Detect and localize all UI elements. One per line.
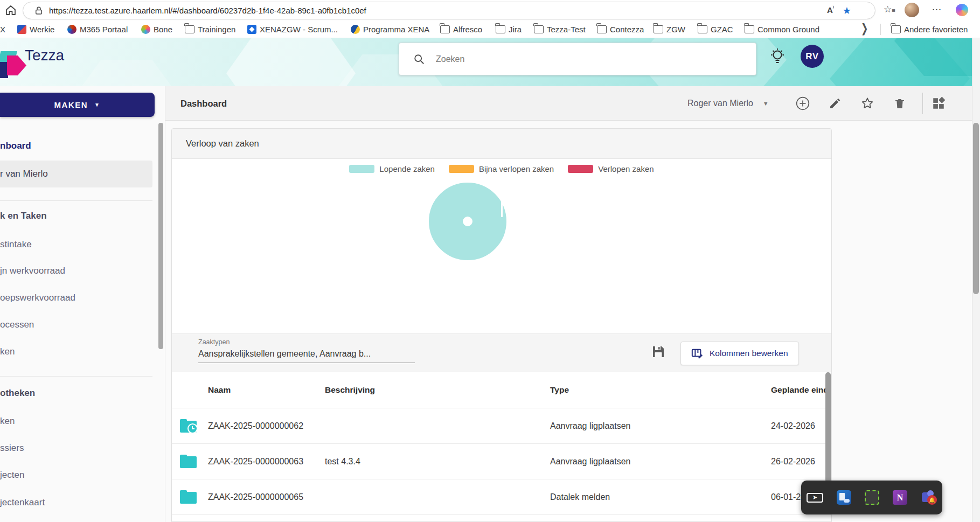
bookmark-label: XENAZGW - Scrum... <box>260 25 338 34</box>
search-input[interactable] <box>436 54 727 64</box>
legend-label: Bijna verlopen zaken <box>479 164 554 173</box>
toolbar-divider <box>922 93 923 114</box>
more-bookmarks-chevron-icon[interactable]: ❯ <box>861 21 868 36</box>
bookmark-item[interactable]: Common Ground <box>745 21 819 38</box>
sidebar-item-postintake[interactable]: stintake <box>0 236 152 253</box>
copilot-icon[interactable] <box>956 4 968 16</box>
create-button[interactable]: MAKEN ▼ <box>0 93 155 117</box>
snip-region-icon[interactable] <box>865 490 879 505</box>
add-widget-button[interactable] <box>795 95 811 112</box>
zaaktypen-select[interactable]: Aansprakelijkstellen gemeente, Aanvraag … <box>198 349 415 363</box>
folder-icon <box>654 25 663 33</box>
legend-item-lopende[interactable]: Lopende zaken <box>349 164 435 173</box>
table-row[interactable]: ZAAK-2025-0000000062 Aanvraag ligplaatse… <box>172 408 831 444</box>
legend-label: Verlopen zaken <box>598 164 654 173</box>
bookmark-item[interactable]: Werkie <box>17 21 54 38</box>
table-scrollbar[interactable] <box>825 372 831 483</box>
hexagon-decoration <box>75 60 178 86</box>
widget-header: Verloop van zaken <box>172 129 831 159</box>
sidebar-section-werk-en-taken[interactable]: k en Taken <box>0 208 152 224</box>
url-text[interactable]: https://tezza.test.azure.haarlem.nl/#/da… <box>49 6 366 15</box>
sidebar-item-dossiers[interactable]: ssiers <box>0 440 152 456</box>
bookmark-item[interactable]: Trainingen <box>185 21 235 38</box>
bookmark-item[interactable]: Alfresco <box>440 21 482 38</box>
bookmark-item[interactable]: X <box>0 21 5 38</box>
sidebar-item-groepswerkvoorraad[interactable]: oepswerkvoorraad <box>0 290 152 306</box>
bookmark-item[interactable]: GZAC <box>698 21 733 38</box>
sidebar-item-zaken-2[interactable]: ken <box>0 413 152 429</box>
sidebar-item-dashboard[interactable]: nboard <box>0 138 152 154</box>
cell-beschrijving: test 4.3.4 <box>325 444 360 479</box>
favorite-star-icon[interactable]: ★ <box>843 5 851 17</box>
bookmark-item[interactable]: M365 Portaal <box>67 21 128 38</box>
sidebar-section-bibliotheken[interactable]: otheken <box>0 385 152 401</box>
tezza-logo-icon[interactable] <box>0 51 28 78</box>
legend-item-bijna-verlopen[interactable]: Bijna verlopen zaken <box>449 164 554 173</box>
column-header-beschrijving[interactable]: Beschrijving <box>325 372 375 408</box>
folder-icon <box>891 25 901 33</box>
chevron-down-icon: ▼ <box>763 100 769 107</box>
bookmark-item[interactable]: ZGW <box>654 21 685 38</box>
bookmark-item[interactable]: Jira <box>496 21 522 38</box>
chart-legend: Lopende zaken Bijna verlopen zaken Verlo… <box>172 164 831 173</box>
table-row[interactable]: ZAAK-2025-0000000065 Datalek melden 06-0… <box>172 479 831 515</box>
browser-profile-avatar[interactable] <box>905 3 919 17</box>
teams-notification-icon[interactable]: 🔔 <box>921 490 937 505</box>
chevron-down-icon: ▼ <box>94 102 100 108</box>
sidebar-item-zaken[interactable]: ken <box>0 344 152 360</box>
table-header-row: Naam Beschrijving Type Geplande eind <box>172 372 831 408</box>
column-header-type[interactable]: Type <box>550 372 569 408</box>
onenote-icon[interactable]: N <box>893 490 907 505</box>
bookmark-item[interactable]: Bone <box>141 21 172 38</box>
bookmark-item[interactable]: Tezza-Test <box>534 21 586 38</box>
sidebar-item-selected-dashboard[interactable]: r van Mierlo <box>0 161 152 187</box>
bookmarks-bar: X Werkie M365 Portaal Bone Trainingen XE… <box>0 21 980 38</box>
sidebar-item-processen[interactable]: ocessen <box>0 317 152 333</box>
column-header-geplande-einddatum[interactable]: Geplande eind <box>771 372 832 408</box>
home-icon[interactable] <box>4 4 17 17</box>
column-header-naam[interactable]: Naam <box>208 372 231 408</box>
sidebar-divider <box>0 200 152 201</box>
bookmark-item[interactable]: XENAZGW - Scrum... <box>247 21 338 38</box>
user-avatar[interactable]: RV <box>801 45 824 68</box>
collections-icon[interactable]: ☆≡ <box>884 4 896 17</box>
dashboard-selector[interactable]: Roger van Mierlo ▼ <box>687 86 769 121</box>
save-icon[interactable] <box>651 345 665 359</box>
delete-trash-button[interactable] <box>892 95 908 112</box>
cell-naam[interactable]: ZAAK-2025-0000000065 <box>208 479 303 514</box>
table-row[interactable]: ZAAK-2025-0000000063 test 4.3.4 Aanvraag… <box>172 444 831 479</box>
app-logo-text[interactable]: Tezza <box>25 47 64 64</box>
bookmark-item[interactable]: Contezza <box>597 21 644 38</box>
donut-chart[interactable] <box>429 183 506 260</box>
cell-geplande-einddatum: 26-02-2026 <box>771 444 832 479</box>
favorite-star-button[interactable] <box>859 95 875 112</box>
sidebar-item-mijn-werkvoorraad[interactable]: jn werkvoorraad <box>0 263 152 279</box>
site-permissions-icon[interactable] <box>34 6 44 16</box>
sidebar-item-objectenkaart[interactable]: jectenkaart <box>0 495 152 511</box>
clock-badge-icon <box>187 423 198 434</box>
widgets-layout-button[interactable] <box>930 95 947 112</box>
legend-item-verlopen[interactable]: Verlopen zaken <box>568 164 654 173</box>
read-aloud-icon[interactable]: A⁾ <box>827 5 834 15</box>
sidebar-item-objecten[interactable]: jecten <box>0 467 152 483</box>
bookmark-item[interactable]: Programma XENA <box>351 21 429 38</box>
dashboard-selector-value: Roger van Mierlo <box>687 99 753 108</box>
cell-naam[interactable]: ZAAK-2025-0000000062 <box>208 408 303 443</box>
global-search[interactable] <box>399 43 756 75</box>
address-bar[interactable]: https://tezza.test.azure.haarlem.nl/#/da… <box>23 2 875 19</box>
create-button-label: MAKEN <box>54 100 88 109</box>
send-capture-icon[interactable]: ➤ <box>807 493 823 503</box>
zaaktypen-label: Zaaktypen <box>198 338 230 346</box>
browser-menu-icon[interactable]: … <box>932 1 942 13</box>
document-app-icon[interactable] <box>837 490 851 505</box>
lightbulb-icon[interactable] <box>769 48 786 66</box>
sidebar-scrollbar[interactable] <box>158 123 163 349</box>
browser-scrollbar-thumb[interactable] <box>973 123 979 294</box>
cell-naam[interactable]: ZAAK-2025-0000000063 <box>208 444 303 479</box>
edit-columns-button[interactable]: Kolommen bewerken <box>680 342 799 365</box>
browser-window: https://tezza.test.azure.haarlem.nl/#/da… <box>0 0 980 522</box>
other-favorites[interactable]: Andere favorieten <box>891 21 968 38</box>
edit-pencil-button[interactable] <box>827 95 843 112</box>
folder-icon <box>597 25 607 33</box>
folder-icon <box>496 25 505 33</box>
